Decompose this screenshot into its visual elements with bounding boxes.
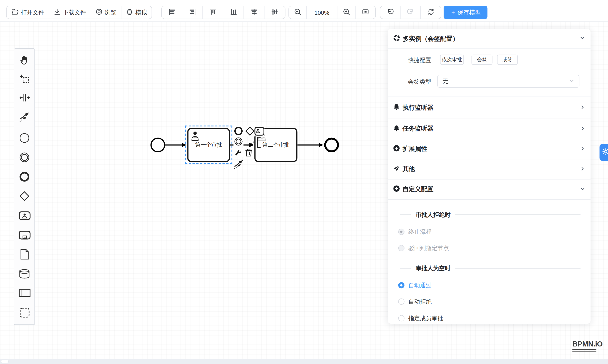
download-icon [54,8,60,16]
align-center-button[interactable] [244,6,264,19]
palette-data-store[interactable] [14,264,34,284]
hand-tool[interactable] [14,51,34,70]
radio-label: 驳回到指定节点 [408,245,449,252]
section-label: 扩展属性 [403,145,580,153]
section-task-listener[interactable]: 任务监听器 [388,119,591,139]
sign-type-label: 会签类型 [388,78,431,86]
quick-option-countersign[interactable]: 会签 [472,55,492,65]
app: 第一个审批 [0,0,608,364]
append-gateway-icon[interactable] [244,126,255,136]
open-file-button[interactable]: 打开文件 [7,6,49,19]
reject-group-divider: 审批人拒绝时 [400,212,581,218]
section-other[interactable]: 其他 [388,159,591,179]
align-middle-button[interactable] [264,6,285,19]
fit-viewport-icon [362,8,369,17]
quick-option-orsign[interactable]: 或签 [497,55,517,65]
radio-return-to-node[interactable]: 驳回到指定节点 [398,243,449,253]
space-tool[interactable] [14,88,34,107]
reset-button[interactable] [421,6,441,19]
preview-eye-icon [96,8,102,16]
palette-end-event[interactable] [14,167,34,187]
quick-option-sequential[interactable]: 依次审批 [440,55,464,65]
bpmn-io-logo[interactable]: BPMN.iO [572,340,603,351]
align-bottom-button[interactable] [223,6,244,19]
sign-type-select[interactable]: 无 [437,75,580,88]
align-middle-icon [271,8,279,17]
redo-button[interactable] [400,6,421,19]
radio-label: 指定成员审批 [408,314,443,322]
align-left-button[interactable] [162,6,182,19]
section-extension-properties[interactable]: 扩展属性 [388,139,591,159]
palette-intermediate-event[interactable] [14,148,34,167]
palette-divider [17,127,32,127]
task-node-1[interactable]: 第一个审批 [187,128,230,162]
panel-header[interactable]: 多实例（会签配置） [388,29,591,49]
reset-icon [427,8,435,17]
multi-instance-icon [393,34,400,43]
quick-config-label: 快捷配置 [388,57,431,64]
context-pad [234,126,267,169]
radio-assign-member[interactable]: 指定成员审批 [398,313,443,323]
radio-auto-pass[interactable]: 自动通过 [398,281,432,290]
radio-auto-reject[interactable]: 自动拒绝 [398,297,432,306]
end-event-node[interactable] [324,138,339,152]
zoom-in-button[interactable] [337,6,356,19]
chevron-right-icon [580,145,585,153]
section-custom-config[interactable]: 自定义配置 [388,180,591,200]
undo-button[interactable] [380,6,400,19]
palette-start-event[interactable] [14,128,34,148]
undo-icon [386,8,394,17]
palette-user-task[interactable] [14,206,34,225]
connect-icon[interactable] [234,157,244,169]
plus-icon: ＋ [450,9,456,16]
align-right-button[interactable] [182,6,203,19]
text-annotation-icon[interactable] [245,136,265,148]
palette-participant[interactable] [14,283,34,303]
radio-icon [398,245,404,251]
zoom-group: 100% [289,6,376,19]
empty-group-title: 审批人为空时 [416,264,450,272]
radio-icon [398,229,404,235]
trash-icon[interactable] [244,147,253,157]
fit-viewport-button[interactable] [356,6,376,19]
reject-group-title: 审批人拒绝时 [416,211,450,219]
user-task-icon [191,131,199,142]
align-top-button[interactable] [203,6,223,19]
redo-icon [407,8,414,17]
chevron-right-icon [580,126,585,132]
append-intermediate-event-icon[interactable] [234,136,244,147]
settings-tab[interactable] [600,144,608,161]
lasso-tool[interactable] [14,70,34,88]
global-connect-tool[interactable] [14,107,34,126]
align-center-icon [250,8,258,17]
download-file-button[interactable]: 下载文件 [49,6,91,19]
align-right-icon [188,8,197,17]
section-label: 自定义配置 [403,185,580,194]
append-end-event-icon[interactable] [234,126,244,136]
open-folder-icon [11,8,19,16]
section-label: 其他 [403,165,580,173]
section-label: 执行监听器 [403,104,580,112]
radio-terminate-process[interactable]: 终止流程 [398,227,432,236]
simulate-button[interactable]: 模拟 [121,6,152,19]
append-task-icon[interactable] [254,126,264,136]
palette-group[interactable] [14,303,34,322]
zoom-out-button[interactable] [289,6,307,19]
gear-icon [602,148,608,157]
section-execution-listener[interactable]: 执行监听器 [388,97,591,119]
start-event-node[interactable] [150,138,165,152]
chevron-down-icon [580,186,585,193]
zoom-level[interactable]: 100% [307,6,337,19]
palette-gateway[interactable] [14,187,34,206]
save-model-button[interactable]: ＋ 保存模型 [444,6,487,19]
scrollbar-thumb[interactable] [1,360,9,363]
palette-subprocess[interactable] [14,225,34,245]
preview-button[interactable]: 浏览 [91,6,121,19]
bell-icon [393,104,400,112]
file-group: 打开文件 下载文件 浏览 模拟 [6,6,152,19]
palette-data-object[interactable] [14,245,34,264]
wrench-icon[interactable] [234,148,243,157]
chevron-down-icon [569,78,574,85]
preview-label: 浏览 [105,9,116,16]
download-file-label: 下载文件 [63,9,86,16]
